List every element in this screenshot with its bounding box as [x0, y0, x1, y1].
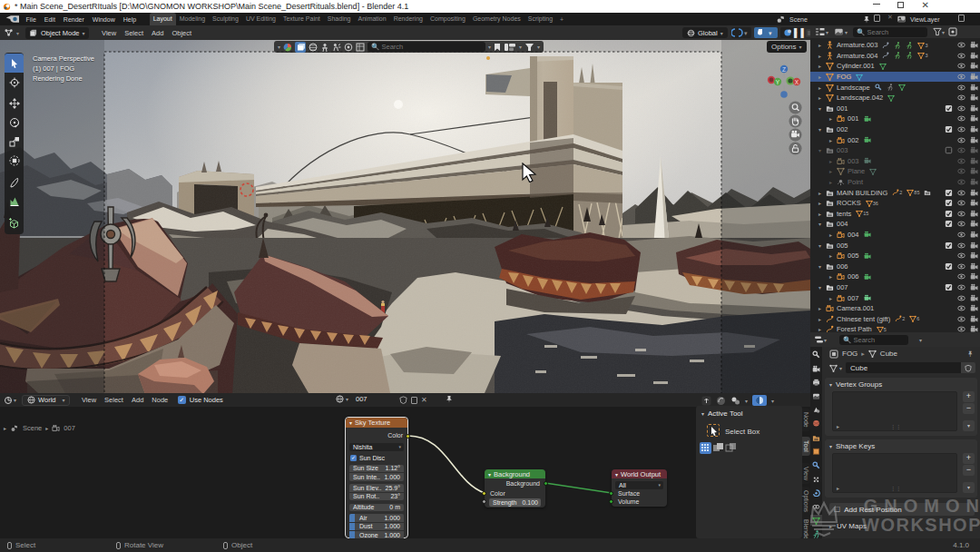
svg-text:X: X [795, 79, 799, 85]
svg-text:Z: Z [782, 66, 786, 73]
svg-text:Y: Y [776, 79, 780, 85]
svg-text:▾: ▾ [769, 30, 772, 36]
svg-text:▾: ▾ [744, 30, 748, 36]
